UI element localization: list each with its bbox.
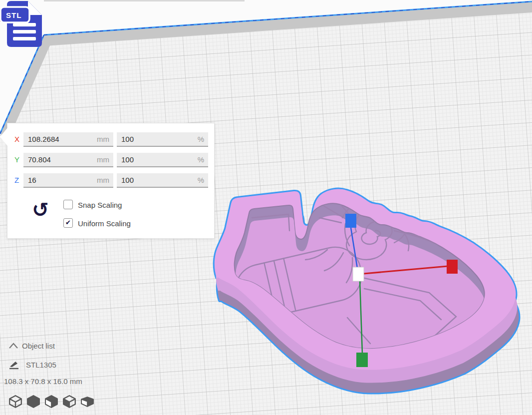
scale-row-y: Y mm % bbox=[7, 153, 214, 167]
view-3d-button[interactable] bbox=[8, 394, 23, 409]
axis-x-label: X bbox=[14, 135, 19, 143]
view-right-button[interactable] bbox=[80, 394, 95, 409]
y-percent-field: % bbox=[117, 153, 208, 167]
object-list-title[interactable]: Object list bbox=[22, 342, 55, 350]
snap-scaling-label: Snap Scaling bbox=[78, 201, 122, 209]
y-size-input[interactable] bbox=[23, 153, 113, 166]
view-front-button[interactable] bbox=[26, 394, 41, 409]
z-size-input[interactable] bbox=[23, 173, 113, 187]
scale-handle-z[interactable] bbox=[345, 214, 356, 228]
stl-file-line bbox=[13, 30, 36, 33]
uniform-scaling-label: Uniform Scaling bbox=[78, 219, 131, 228]
y-percent-input[interactable] bbox=[117, 153, 208, 166]
object-list-item-name[interactable]: STL1305 bbox=[26, 361, 56, 369]
scale-row-z: Z mm % bbox=[7, 173, 214, 188]
stl-file-line bbox=[13, 23, 36, 26]
view-3d-icon bbox=[8, 394, 23, 409]
z-percent-input[interactable] bbox=[117, 173, 208, 187]
snap-scaling-checkbox[interactable] bbox=[63, 200, 73, 209]
model-dimensions-readout: 108.3 x 70.8 x 16.0 mm bbox=[4, 377, 82, 386]
x-size-input[interactable] bbox=[23, 132, 113, 146]
view-left-button[interactable] bbox=[62, 394, 77, 409]
scale-handle-center[interactable] bbox=[353, 267, 364, 281]
axis-z-label: Z bbox=[14, 176, 19, 184]
axis-y-label: Y bbox=[14, 155, 19, 164]
application-window: STL X mm % Y mm % bbox=[0, 0, 532, 415]
view-left-icon bbox=[62, 394, 77, 409]
x-percent-field: % bbox=[117, 132, 208, 147]
build-volume-far-edge bbox=[44, 0, 245, 1]
reset-scale-button[interactable]: ↺ bbox=[29, 198, 51, 221]
scale-row-x: X mm % bbox=[7, 132, 214, 147]
scale-handle-y[interactable] bbox=[356, 353, 368, 367]
y-size-field: mm bbox=[23, 153, 113, 167]
stl-file-line bbox=[13, 37, 36, 40]
chevron-up-icon[interactable] bbox=[8, 342, 19, 351]
camera-view-toolbar bbox=[7, 394, 117, 410]
pencil-icon bbox=[8, 359, 20, 371]
stl-badge-label: STL bbox=[6, 11, 21, 19]
scale-tool-panel: X mm % Y mm % Z mm bbox=[7, 123, 215, 239]
scale-handle-x[interactable] bbox=[447, 260, 458, 274]
x-percent-input[interactable] bbox=[117, 132, 208, 146]
z-size-field: mm bbox=[23, 173, 113, 188]
stl-file-icon[interactable]: STL bbox=[0, 0, 47, 50]
view-top-icon bbox=[44, 394, 59, 409]
x-size-field: mm bbox=[23, 132, 113, 147]
view-front-icon bbox=[26, 394, 41, 409]
view-right-icon bbox=[80, 394, 95, 409]
view-top-button[interactable] bbox=[44, 394, 59, 409]
z-percent-field: % bbox=[117, 173, 208, 188]
scale-panel-pointer bbox=[0, 128, 7, 146]
uniform-scaling-checkbox[interactable]: ✔ bbox=[63, 218, 73, 228]
